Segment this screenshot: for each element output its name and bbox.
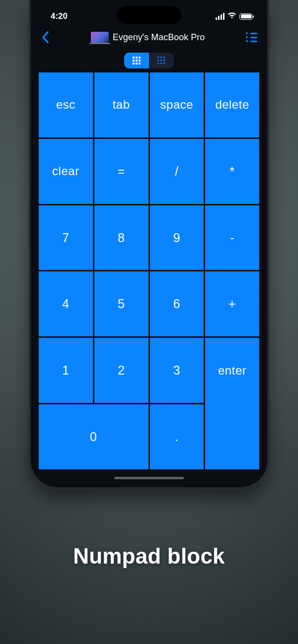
key-7[interactable]: 7 (39, 205, 93, 270)
key-6[interactable]: 6 (150, 271, 204, 336)
alt-mode-button[interactable] (149, 53, 174, 68)
numpad-grid: esc tab space delete clear = / * 7 8 9 -… (39, 72, 259, 469)
key-4[interactable]: 4 (39, 271, 93, 336)
key-8[interactable]: 8 (94, 205, 149, 270)
nav-bar: Evgeny's MacBook Pro (34, 26, 264, 49)
battery-icon (239, 13, 252, 20)
key-1[interactable]: 1 (39, 338, 93, 403)
phone-frame: 4:20 Evgeny's MacBook Pro (29, 0, 269, 489)
key-9[interactable]: 9 (150, 205, 204, 270)
key-esc[interactable]: esc (39, 72, 93, 137)
key-delete[interactable]: delete (205, 72, 259, 137)
key-2[interactable]: 2 (94, 338, 149, 403)
key-enter[interactable]: enter (205, 338, 259, 469)
key-0[interactable]: 0 (39, 404, 149, 469)
key-equals[interactable]: = (94, 139, 149, 204)
key-5[interactable]: 5 (94, 271, 149, 336)
power-button[interactable] (268, 119, 269, 165)
cellular-icon (216, 13, 224, 20)
menu-list-button[interactable] (246, 32, 257, 42)
dynamic-island (117, 6, 181, 24)
wifi-icon (227, 11, 236, 21)
key-asterisk[interactable]: * (205, 139, 259, 204)
volume-up-button[interactable] (29, 119, 30, 149)
home-indicator[interactable] (114, 477, 184, 479)
key-plus[interactable]: + (205, 271, 259, 336)
mute-switch[interactable] (29, 89, 30, 106)
numpad-icon (133, 57, 141, 64)
volume-down-button[interactable] (29, 157, 30, 187)
grid-icon (157, 57, 165, 64)
key-clear[interactable]: clear (39, 139, 93, 204)
key-3[interactable]: 3 (150, 338, 204, 403)
key-space[interactable]: space (150, 72, 204, 137)
caption-text: Numpad block (73, 544, 225, 569)
key-dot[interactable]: . (150, 404, 204, 469)
numpad-mode-button[interactable] (124, 53, 149, 68)
key-minus[interactable]: - (205, 205, 259, 270)
device-title-text: Evgeny's MacBook Pro (113, 32, 205, 43)
device-title[interactable]: Evgeny's MacBook Pro (91, 32, 205, 43)
key-slash[interactable]: / (150, 139, 204, 204)
layout-mode-selector (34, 49, 264, 72)
device-thumbnail-icon (91, 32, 109, 43)
status-time: 4:20 (51, 11, 68, 21)
back-button[interactable] (41, 31, 50, 44)
key-tab[interactable]: tab (94, 72, 149, 137)
